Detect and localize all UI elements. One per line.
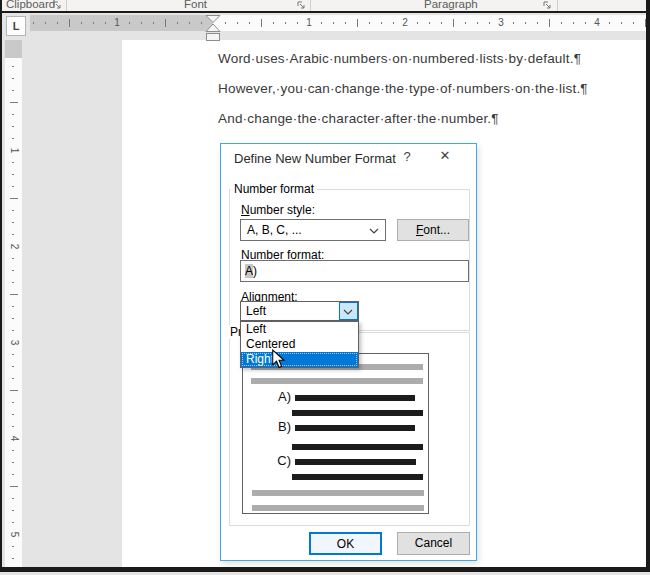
vertical-ruler[interactable]: 12345 [5,40,22,567]
window-border [646,0,650,572]
preview-gray-line [251,378,423,384]
chevron-down-icon [343,309,353,315]
ribbon-group-paragraph: Paragraph [424,0,478,10]
paragraph[interactable]: And·change·the·character·after·the·numbe… [218,111,499,126]
help-icon[interactable]: ? [397,149,417,164]
window-border [0,0,2,572]
ruler-number: 1 [9,145,20,157]
ok-button[interactable]: OK [309,532,382,555]
ribbon-strip: Clipboard Font Paragraph [0,0,650,11]
preview-list-item: C) [263,453,291,468]
preview-gray-line [252,490,424,496]
ruler-number: 2 [401,17,409,28]
paragraph-dialog-launcher-icon[interactable] [542,0,553,11]
field-text: ) [253,264,257,278]
indent-markers-icon[interactable] [205,15,221,32]
ribbon-group-font: Font [184,0,207,10]
paragraph[interactable]: Word·uses·Arabic·numbers·on·numbered·lis… [218,51,581,66]
alignment-option-centered[interactable]: Centered [241,337,358,352]
ruler-number: 2 [9,241,20,253]
ruler-margin-section [5,40,22,58]
preview-list-item: A) [263,389,291,404]
ruler-number: 4 [9,433,20,445]
word-window: Clipboard Font Paragraph L 11234 12345 W… [0,0,650,575]
ribbon-separator [310,0,311,11]
label-text: umber style: [250,203,315,217]
ribbon-bottom-border [0,11,650,13]
alignment-combobox[interactable]: Left [240,301,359,321]
ribbon-group-clipboard: Clipboard [6,0,55,10]
paragraph[interactable]: However,·you·can·change·the·type·of·numb… [218,81,588,96]
ruler-content-section [5,58,22,567]
alignment-dropdown-button[interactable] [339,302,358,320]
alignment-option-left[interactable]: Left [241,322,358,337]
number-style-combobox[interactable]: A, B, C, ... [240,219,386,241]
alignment-option-right[interactable]: Right [241,352,358,367]
accel-key: N [241,203,250,217]
tab-stop-selector[interactable]: L [6,16,26,36]
ruler-number: 1 [305,17,313,28]
preview-gray-line [252,505,424,511]
number-format-input[interactable]: A) [240,260,469,282]
ruler-number: 1 [113,17,121,28]
number-style-value: A, B, C, ... [247,223,302,237]
preview-list-item: B) [263,419,291,434]
preview-black-line [292,444,423,450]
font-button[interactable]: Font... [397,219,469,241]
ribbon-separator [66,0,67,11]
dialog-title: Define New Number Format [234,151,396,166]
ruler-number: 5 [9,529,20,541]
window-border [0,567,650,572]
preview-box: A) B) C) [242,353,429,514]
chevron-down-icon [369,228,379,234]
left-indent-marker[interactable] [206,33,220,41]
ruler-number: 3 [9,337,20,349]
define-new-number-format-dialog: Define New Number Format ? ✕ Number form… [220,143,477,561]
ruler-margin-section [30,15,213,31]
alignment-value: Left [246,304,266,318]
field-code-value: A [245,264,253,278]
ruler-number: 3 [497,17,505,28]
label-text: ont... [423,223,450,237]
font-dialog-launcher-icon[interactable] [296,0,307,11]
ruler-content-section [213,15,646,31]
number-style-label: Number style: [241,203,315,217]
close-icon[interactable]: ✕ [433,148,457,163]
ruler-number: 4 [593,17,601,28]
preview-black-line [292,410,423,416]
cancel-button[interactable]: Cancel [397,532,470,555]
mouse-cursor-icon [271,349,285,369]
preview-black-line [295,395,415,401]
number-format-group-label: Number format [231,182,317,196]
clipboard-dialog-launcher-icon[interactable] [52,0,63,11]
preview-black-line [292,474,423,480]
preview-black-line [295,459,416,465]
ribbon-separator [557,0,558,11]
preview-black-line [295,425,415,431]
alignment-dropdown-list: Left Centered Right [240,321,359,368]
horizontal-ruler[interactable]: 11234 [30,15,646,31]
